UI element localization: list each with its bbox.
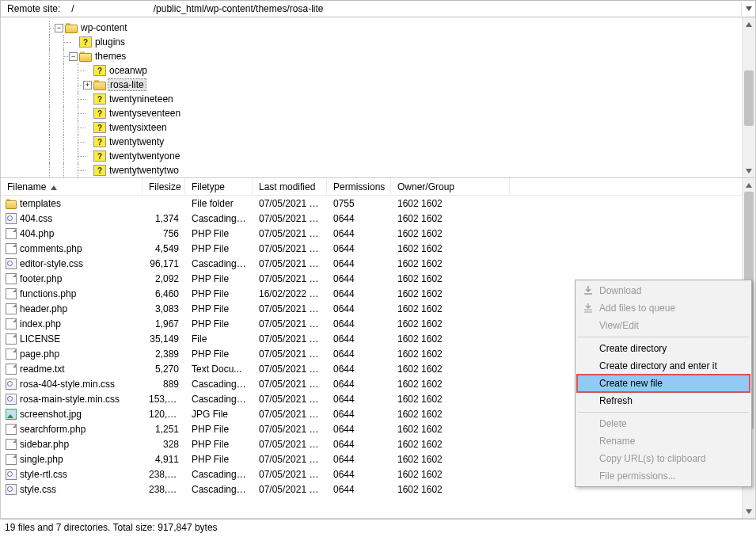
- file-row[interactable]: 404.css1,374Cascading ...07/05/2021 19:.…: [1, 211, 755, 226]
- file-name: readme.txt: [20, 364, 65, 375]
- expand-icon[interactable]: +: [83, 81, 92, 90]
- file-name: style-rtl.css: [20, 469, 67, 480]
- menu-refresh[interactable]: Refresh: [577, 392, 750, 409]
- file-size: 6,460: [142, 288, 185, 299]
- file-owner: functions.php: [1, 288, 142, 299]
- file-size: 153,260: [142, 394, 185, 405]
- tree-item[interactable]: −themes: [6, 49, 755, 63]
- tree-item-label: twentyseventeen: [109, 108, 180, 119]
- file-modified: 07/05/2021 19:...: [253, 303, 327, 314]
- file-size: 96,171: [142, 258, 185, 269]
- file-row[interactable]: editor-style.css96,171Cascading ...07/05…: [1, 256, 755, 271]
- tree-item[interactable]: ?twentynineteen: [6, 92, 755, 106]
- file-modified: 07/05/2021 19:...: [253, 484, 327, 495]
- tree-item[interactable]: ?twentytwenty: [6, 135, 755, 149]
- column-filename[interactable]: Filename: [1, 178, 142, 195]
- remote-tree[interactable]: −wp-content?plugins−themes?oceanwp+rosa-…: [1, 17, 755, 177]
- file-owner: 404.css: [1, 213, 142, 224]
- column-modified[interactable]: Last modified: [253, 178, 327, 195]
- tree-item[interactable]: ?plugins: [6, 35, 755, 49]
- file-permissions: 0644: [327, 379, 391, 390]
- scrollbar-thumb[interactable]: [744, 70, 754, 126]
- file-type: PHP File: [185, 318, 253, 329]
- file-owner: style-rtl.css: [1, 469, 142, 480]
- tree-item[interactable]: ?twentysixteen: [6, 120, 755, 135]
- file-modified: 07/05/2021 19:...: [253, 409, 327, 420]
- menu-create-new-file[interactable]: Create new file: [577, 375, 750, 392]
- file-owner: single.php: [1, 454, 142, 465]
- scrollbar-down-icon[interactable]: [743, 505, 755, 518]
- file-size: 756: [142, 228, 185, 239]
- scrollbar-up-icon[interactable]: [743, 17, 755, 31]
- file-name: footer.php: [20, 273, 62, 284]
- scrollbar-down-icon[interactable]: [743, 164, 755, 177]
- unknown-folder-icon: ?: [93, 93, 106, 105]
- collapse-icon[interactable]: −: [69, 52, 78, 61]
- collapse-icon[interactable]: −: [55, 24, 63, 32]
- file-modified: 16/02/2022 13:...: [253, 288, 327, 299]
- unknown-folder-icon: ?: [93, 150, 106, 162]
- file-type: PHP File: [185, 228, 253, 239]
- file-type: PHP File: [185, 243, 253, 254]
- folder-icon: [93, 80, 106, 90]
- file-owner: readme.txt: [1, 364, 142, 375]
- file-type: PHP File: [185, 454, 253, 465]
- file-name: single.php: [20, 454, 63, 465]
- column-filesize[interactable]: Filesize: [142, 178, 185, 195]
- file-row[interactable]: comments.php4,549PHP File07/05/2021 19:.…: [1, 241, 755, 256]
- tree-item[interactable]: ?twentytwentytwo: [6, 163, 755, 177]
- file-size: 1,251: [142, 424, 185, 435]
- file-name: screenshot.jpg: [20, 409, 82, 420]
- unknown-folder-icon: ?: [93, 108, 106, 119]
- file-permissions: 0644: [327, 424, 391, 435]
- tree-item[interactable]: +rosa-lite: [6, 78, 755, 92]
- file-modified: 07/05/2021 19:...: [253, 469, 327, 480]
- column-permissions[interactable]: Permissions: [327, 178, 391, 195]
- scrollbar-up-icon[interactable]: [743, 178, 755, 192]
- menu-view-edit: View/Edit: [577, 317, 750, 334]
- file-permissions: 0644: [327, 454, 391, 465]
- file-size: 4,911: [142, 454, 185, 465]
- file-name: templates: [20, 198, 61, 209]
- file-icon: [6, 439, 17, 450]
- column-filetype[interactable]: Filetype: [185, 178, 253, 195]
- menu-create-directory-enter[interactable]: Create directory and enter it: [577, 357, 750, 375]
- file-permissions: 0644: [327, 333, 391, 345]
- file-icon: [6, 318, 17, 329]
- remote-path-input[interactable]: [66, 1, 741, 17]
- file-row[interactable]: templatesFile folder07/05/2021 19:...075…: [1, 196, 755, 211]
- tree-item[interactable]: ?twentytwentyone: [6, 149, 755, 163]
- file-name: style.css: [20, 484, 56, 495]
- tree-scrollbar[interactable]: [742, 17, 755, 177]
- file-size: 238,516: [142, 469, 185, 480]
- menu-separator: [578, 412, 749, 413]
- file-type: Cascading ...: [185, 394, 253, 405]
- tree-item[interactable]: ?twentyseventeen: [6, 106, 755, 120]
- menu-create-directory[interactable]: Create directory: [577, 340, 750, 357]
- css-file-icon: [6, 213, 17, 224]
- file-type: Cascading ...: [185, 484, 253, 495]
- file-type: Cascading ...: [185, 469, 253, 480]
- file-name: page.php: [20, 348, 59, 360]
- file-permissions: 0644: [327, 469, 391, 480]
- path-dropdown-button[interactable]: [741, 2, 755, 16]
- tree-item[interactable]: ?oceanwp: [6, 63, 755, 78]
- file-icon: [6, 273, 17, 284]
- folder-icon: [6, 198, 17, 209]
- file-owner: comments.php: [1, 243, 142, 254]
- file-name: 404.php: [20, 228, 54, 239]
- file-icon: [6, 333, 17, 345]
- file-type: Text Docu...: [185, 364, 253, 375]
- file-icon: [6, 454, 17, 465]
- file-type: File folder: [185, 198, 253, 209]
- file-modified: 07/05/2021 19:...: [253, 273, 327, 284]
- file-modified: 07/05/2021 19:...: [253, 424, 327, 435]
- file-modified: 07/05/2021 19:...: [253, 213, 327, 224]
- file-permissions: 0644: [327, 243, 391, 254]
- file-owner: rosa-404-style.min.css: [1, 379, 142, 390]
- tree-item[interactable]: −wp-content: [6, 21, 755, 35]
- column-owner[interactable]: Owner/Group: [391, 178, 510, 195]
- file-name: header.php: [20, 303, 67, 314]
- file-type: PHP File: [185, 303, 253, 314]
- file-row[interactable]: 404.php756PHP File07/05/2021 19:...06441…: [1, 226, 755, 241]
